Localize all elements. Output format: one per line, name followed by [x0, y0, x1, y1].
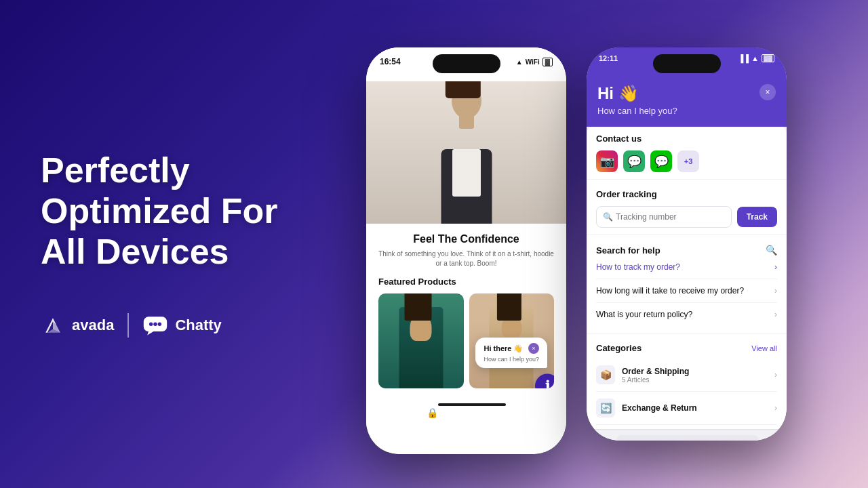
signal-bars-icon: ▐▐ [738, 54, 749, 62]
hero-line1: Perfectly [41, 150, 326, 191]
battery-icon: ▓ [542, 58, 553, 66]
return-icon: 🔄 [596, 399, 615, 418]
brand-logos: avada Chatty [41, 313, 326, 338]
social-icons-row: 📷 💬 💬 +3 [596, 150, 777, 172]
logo-divider [127, 313, 129, 338]
home-indicator-1 [438, 403, 506, 406]
avada-logo: avada [41, 313, 114, 338]
faq-item-3[interactable]: What is your return policy? › [596, 303, 777, 326]
dynamic-island-1 [433, 54, 500, 73]
social-more-button[interactable]: +3 [677, 150, 699, 172]
order-tracking-title: Order tracking [596, 189, 777, 199]
signal-icon: ▲ [516, 58, 523, 66]
category-order-count: 5 Articles [622, 376, 689, 384]
contact-section: Contact us 📷 💬 💬 [587, 124, 787, 180]
instagram-icon[interactable]: 📷 [596, 150, 618, 172]
faq-item-1[interactable]: How to track my order? › [596, 256, 777, 279]
category-order-name: Order & Shipping [622, 367, 689, 376]
ecom-hero-image [366, 81, 566, 224]
line-icon[interactable]: 💬 [650, 150, 672, 172]
lock-icon: 🔒 [427, 407, 438, 418]
categories-header: Categories View all [596, 343, 777, 353]
browser-aa-text[interactable]: AA [595, 440, 606, 441]
battery2-icon: ▓▓ [762, 54, 774, 62]
return-icon-emoji: 🔄 [600, 403, 612, 413]
chat-greeting-block: Hi 👋 How can I help you? [597, 84, 677, 116]
view-all-button[interactable]: View all [751, 344, 777, 352]
category-return-chevron: › [774, 403, 777, 413]
chat-body[interactable]: Contact us 📷 💬 💬 [587, 124, 787, 429]
wifi-icon: WiFi [526, 58, 540, 66]
chat-bubble-subtext: How can I help you? [484, 356, 539, 363]
faq-text-3: What is your return policy? [596, 310, 692, 319]
order-tracking-section: Order tracking 🔍 Track [587, 180, 787, 235]
chat-bubble[interactable]: Hi there 👋 × How can I help you? [475, 338, 547, 368]
browser-refresh-icon[interactable]: ↻ [770, 439, 778, 441]
chat-header-top: Hi 👋 How can I help you? × [597, 84, 776, 116]
chat-close-icon: × [532, 345, 535, 352]
browser-url-bar[interactable] [616, 435, 759, 441]
phone2-notch-area: 12:11 ▐▐ ▲ ▓▓ [587, 47, 787, 77]
phone1-time: 16:54 [380, 57, 401, 66]
chat-bubble-header: Hi there 👋 × [484, 343, 539, 354]
chatty-icon [142, 315, 168, 336]
faq-text-1: How to track my order? [596, 262, 680, 272]
phones-container: 16:54 ▲ WiFi ▓ [326, 34, 827, 454]
featured-label: Featured Products [378, 277, 554, 287]
hero-line2: Optimized For [41, 191, 326, 232]
phone1-screen: 16:54 ▲ WiFi ▓ [366, 47, 566, 454]
chat-header-close[interactable]: × [760, 84, 776, 100]
svg-point-5 [154, 322, 157, 325]
dynamic-island-2 [653, 54, 721, 73]
left-section: Perfectly Optimized For All Devices avad… [41, 150, 326, 337]
ecom-content: Feel The Confidence Think of something y… [366, 224, 566, 398]
tracking-input-wrapper: 🔍 [596, 206, 732, 228]
chat-close-button[interactable]: × [528, 343, 539, 354]
category-order-shipping[interactable]: 📦 Order & Shipping 5 Articles › [596, 359, 777, 392]
avada-icon [41, 313, 65, 338]
product-card-2[interactable]: Hi there 👋 × How can I help you? ℹ [469, 293, 555, 388]
wechat-icon[interactable]: 💬 [623, 150, 645, 172]
phone2-time: 12:11 [599, 54, 618, 62]
product-grid: Hi there 👋 × How can I help you? ℹ [378, 293, 554, 388]
close-x-icon: × [765, 87, 770, 97]
shipping-icon-emoji: 📦 [600, 369, 612, 380]
faq-item-2[interactable]: How long will it take to receive my orde… [596, 279, 777, 303]
phone2-screen: 12:11 ▐▐ ▲ ▓▓ Hi 👋 How can I help you? [587, 47, 787, 441]
category-order-chevron: › [774, 370, 777, 380]
chat-info-button[interactable]: ℹ [535, 373, 554, 388]
tracking-row: 🔍 Track [596, 206, 777, 228]
shipping-icon: 📦 [596, 365, 615, 384]
ecom-product-desc: Think of something you love. Think of it… [378, 249, 554, 268]
category-order-left: 📦 Order & Shipping 5 Articles [596, 365, 689, 384]
chatty-name: Chatty [175, 317, 221, 334]
chat-header: Hi 👋 How can I help you? × [587, 77, 787, 127]
faq-chevron-2: › [774, 286, 777, 296]
search-help-row: Search for help 🔍 [596, 245, 777, 256]
contact-section-title: Contact us [596, 134, 777, 144]
categories-title: Categories [596, 343, 642, 353]
chat-bubble-greeting: Hi there 👋 [484, 344, 523, 353]
wifi2-icon: ▲ [751, 54, 759, 62]
chat-sub-greeting: How can I help you? [597, 106, 677, 116]
category-return-name: Exchange & Return [622, 403, 697, 413]
phone1-bottom-bar: 🔒 [366, 398, 566, 428]
chat-hi-greeting: Hi 👋 [597, 84, 677, 103]
faq-text-2: How long will it take to receive my orde… [596, 286, 744, 296]
search-icon[interactable]: 🔍 [766, 245, 777, 256]
track-button[interactable]: Track [737, 207, 777, 227]
category-exchange-return[interactable]: 🔄 Exchange & Return › [596, 392, 777, 425]
svg-point-4 [149, 322, 153, 325]
search-tracking-icon: 🔍 [603, 212, 613, 222]
categories-section: Categories View all 📦 Order & Shipping 5… [587, 333, 787, 429]
product-card-1[interactable] [378, 293, 464, 388]
browser-bar: AA ↻ [587, 429, 787, 441]
search-help-section: Search for help 🔍 How to track my order?… [587, 235, 787, 333]
phone1-status-icons: ▲ WiFi ▓ [516, 58, 553, 66]
chatty-logo: Chatty [142, 315, 221, 336]
faq-chevron-1: › [774, 262, 777, 272]
phone-ecommerce: 16:54 ▲ WiFi ▓ [366, 47, 566, 454]
tracking-number-input[interactable] [596, 206, 732, 228]
hero-title: Perfectly Optimized For All Devices [41, 150, 326, 272]
search-help-title: Search for help [596, 245, 660, 256]
